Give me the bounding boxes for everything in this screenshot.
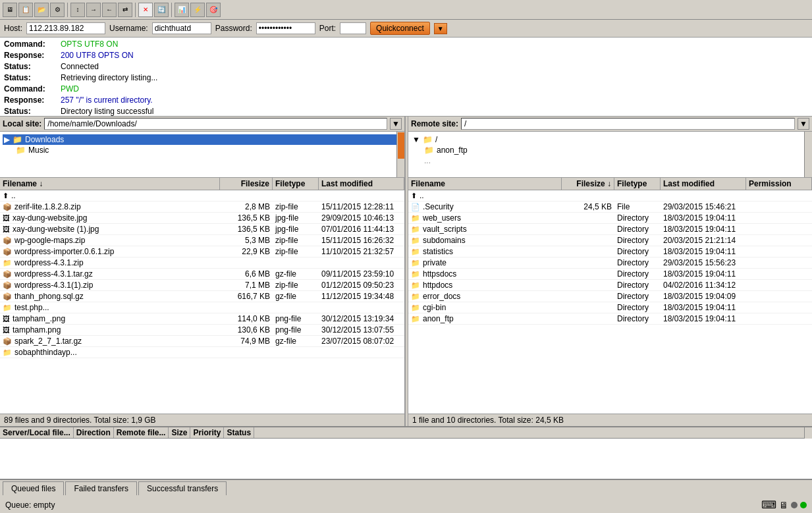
local-file-row[interactable]: 📦wp-google-maps.zip 5,3 MB zip-file 15/1… <box>0 235 404 246</box>
remote-file-row[interactable]: 📁error_docs Directory 18/03/2015 19:04:0… <box>408 291 812 302</box>
col-header-filesize[interactable]: Filesize <box>220 178 273 190</box>
remote-site-path[interactable] <box>461 118 795 130</box>
password-input[interactable] <box>256 22 315 34</box>
file-type <box>273 258 319 267</box>
col-header-r-filetype[interactable]: Filetype <box>614 178 661 190</box>
file-icon: 📁 <box>411 259 420 267</box>
local-file-row[interactable]: 🖼tampham.png 130,6 KB png-file 30/12/201… <box>0 325 404 336</box>
transfer-scrollbar[interactable] <box>804 427 812 439</box>
transfer-content <box>0 439 812 479</box>
file-size: 7,1 MB <box>220 281 273 290</box>
folder-icon-music: 📁 <box>16 146 26 155</box>
local-file-row[interactable]: 📦wordpress-4.3.1(1).zip 7,1 MB zip-file … <box>0 280 404 291</box>
toolbar-icon-10[interactable]: 🔄 <box>154 3 169 17</box>
folder-icon-anon: 📁 <box>424 146 434 155</box>
local-file-row[interactable]: 🖼tampham_.png 114,0 KB png-file 30/12/20… <box>0 313 404 325</box>
file-name: wordpress-4.3.1.tar.gz <box>14 269 93 279</box>
quickconnect-button[interactable]: Quickconnect <box>370 22 430 35</box>
username-input[interactable] <box>152 22 211 34</box>
local-file-row[interactable]: 📦thanh_phong.sql.gz 616,7 KB gz-file 11/… <box>0 291 404 302</box>
local-file-row[interactable]: 📦zerif-lite.1.8.2.8.zip 2,8 MB zip-file … <box>0 202 404 213</box>
remote-file-row[interactable]: 📄.Security 24,5 KB File 29/03/2015 15:46… <box>408 202 812 213</box>
local-status-bar: 89 files and 9 directories. Total size: … <box>0 414 404 426</box>
file-modified: 23/07/2015 08:07:02 <box>319 337 404 346</box>
toolbar-icon-7[interactable]: ← <box>102 3 117 17</box>
remote-file-row[interactable]: 📁cgi-bin Directory 18/03/2015 19:04:11 <box>408 302 812 313</box>
toolbar-icon-4[interactable]: ⚙ <box>50 3 65 17</box>
file-modified: 11/10/2015 21:32:57 <box>319 247 404 256</box>
log-status: Retrieving directory listing... <box>61 72 157 84</box>
tab-failed-transfers[interactable]: Failed transfers <box>65 481 137 495</box>
remote-file-row[interactable]: 📁httpsdocs Directory 18/03/2015 19:04:11 <box>408 269 812 280</box>
file-name: wp-google-maps.zip <box>14 236 85 245</box>
tree-item-more[interactable]: ... <box>411 155 809 166</box>
local-file-row[interactable]: 📦wordpress-importer.0.6.1.zip 22,9 KB zi… <box>0 246 404 257</box>
local-file-row[interactable]: ⬆.. <box>0 190 404 202</box>
col-header-r-modified[interactable]: Last modified <box>661 178 746 190</box>
remote-file-row[interactable]: ⬆.. <box>408 190 812 202</box>
tree-label-anon: anon_ftp <box>437 146 468 155</box>
col-header-r-filename[interactable]: Filename <box>408 178 562 190</box>
toolbar-icon-2[interactable]: 📋 <box>18 3 33 17</box>
tree-item-anon-ftp[interactable]: 📁 anon_ftp <box>411 145 809 155</box>
remote-file-row[interactable]: 📁httpdocs Directory 04/02/2016 11:34:12 <box>408 280 812 291</box>
toolbar-icon-12[interactable]: ⚡ <box>190 3 205 17</box>
main-area: Local site: ▼ ▶ 📁 Downloads 📁 Music File… <box>0 117 812 426</box>
local-file-row[interactable]: 📁wordpress-4.3.1.zip <box>0 257 404 269</box>
toolbar-icon-6[interactable]: → <box>86 3 101 17</box>
tab-queued-files[interactable]: Queued files <box>3 481 64 495</box>
local-file-row[interactable]: 📁test.php... <box>0 302 404 313</box>
port-input[interactable] <box>340 22 366 34</box>
remote-file-row[interactable]: 📁vault_scripts Directory 18/03/2015 19:0… <box>408 224 812 235</box>
col-header-r-permission[interactable]: Permission <box>746 178 812 190</box>
col-header-filetype[interactable]: Filetype <box>273 178 319 190</box>
toolbar-icon-13[interactable]: 🎯 <box>206 3 221 17</box>
remote-file-row[interactable]: 📁web_users Directory 18/03/2015 19:04:11 <box>408 213 812 224</box>
file-type: Directory <box>614 292 661 301</box>
quickconnect-dropdown[interactable]: ▼ <box>434 23 447 34</box>
toolbar-icon-11[interactable]: 📊 <box>175 3 189 17</box>
password-label: Password: <box>215 24 252 33</box>
bottom-section: Queued files Failed transfers Successful… <box>0 479 812 513</box>
remote-file-row[interactable]: 📁private Directory 29/03/2015 15:56:23 <box>408 257 812 269</box>
file-modified: 15/11/2015 16:26:32 <box>319 236 404 245</box>
toolbar-icon-9[interactable]: ✕ <box>138 3 153 17</box>
remote-file-row[interactable]: 📁anon_ftp Directory 18/03/2015 19:04:11 <box>408 313 812 325</box>
local-file-list-header: Filename ↓ Filesize Filetype Last modifi… <box>0 178 404 190</box>
log-row: Command: PWD <box>4 84 808 95</box>
local-file-row[interactable]: 🖼xay-dung-website.jpg 136,5 KB jpg-file … <box>0 213 404 224</box>
remote-tree-scrollbar[interactable] <box>804 132 812 177</box>
local-site-dropdown[interactable]: ▼ <box>390 118 402 130</box>
file-type: png-file <box>273 325 319 335</box>
toolbar-icon-8[interactable]: ⇄ <box>118 3 132 17</box>
remote-site-dropdown[interactable]: ▼ <box>798 118 809 130</box>
col-header-r-filesize[interactable]: Filesize ↓ <box>562 178 614 190</box>
file-type <box>273 191 319 200</box>
tree-item-downloads[interactable]: ▶ 📁 Downloads <box>3 134 402 145</box>
local-site-path[interactable] <box>44 118 387 130</box>
toolbar-icon-5[interactable]: ↕ <box>70 3 85 17</box>
tree-label-more: ... <box>424 156 431 165</box>
toolbar-icon-1[interactable]: 🖥 <box>3 3 17 17</box>
col-header-modified[interactable]: Last modified <box>319 178 404 190</box>
local-file-row[interactable]: 📁sobaphthindayp... <box>0 347 404 358</box>
tree-item-root[interactable]: ▼ 📁 / <box>411 134 809 145</box>
col-header-filename[interactable]: Filename ↓ <box>0 178 220 190</box>
local-file-row[interactable]: 🖼xay-dung-website (1).jpg 136,5 KB jpg-f… <box>0 224 404 235</box>
host-input[interactable] <box>26 22 105 34</box>
file-name: .. <box>11 191 16 200</box>
tab-successful-transfers[interactable]: Successful transfers <box>138 481 227 495</box>
remote-file-row[interactable]: 📁statistics Directory 18/03/2015 19:04:1… <box>408 246 812 257</box>
file-size <box>220 258 273 267</box>
tree-item-music[interactable]: 📁 Music <box>3 145 402 155</box>
local-tree-scrollbar[interactable] <box>396 132 404 177</box>
file-type: zip-file <box>273 236 319 245</box>
file-type: gz-file <box>273 292 319 301</box>
local-file-row[interactable]: 📦wordpress-4.3.1.tar.gz 6,6 MB gz-file 0… <box>0 269 404 280</box>
file-type: gz-file <box>273 269 319 279</box>
toolbar-icon-3[interactable]: 📂 <box>34 3 49 17</box>
file-modified: 18/03/2015 19:04:11 <box>661 303 746 312</box>
local-file-row[interactable]: 📦spark_2_7_1.tar.gz 74,9 MB gz-file 23/0… <box>0 336 404 347</box>
remote-file-row[interactable]: 📁subdomains Directory 20/03/2015 21:21:1… <box>408 235 812 246</box>
file-icon: 📁 <box>411 248 420 256</box>
